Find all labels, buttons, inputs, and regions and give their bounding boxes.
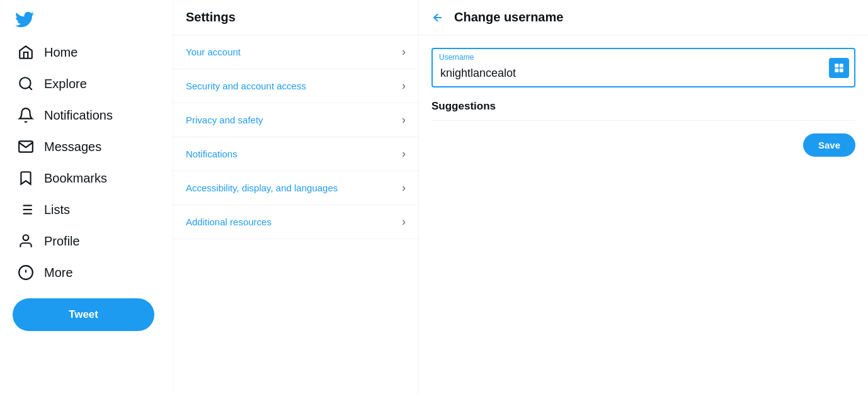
settings-item-your-account-label: Your account: [186, 47, 241, 57]
sidebar-item-profile-label: Profile: [44, 234, 80, 249]
sidebar-item-profile[interactable]: Profile: [8, 225, 165, 257]
sidebar-item-lists[interactable]: Lists: [8, 194, 165, 225]
main-header: Change username: [419, 0, 868, 35]
back-arrow-icon: [431, 11, 444, 24]
chevron-right-icon: ›: [402, 113, 406, 127]
back-button[interactable]: [431, 11, 444, 24]
sidebar: Home Explore Notifications: [0, 0, 173, 394]
settings-item-notifications-label: Notifications: [186, 149, 237, 159]
main-body: Username Suggestions Save: [419, 35, 868, 169]
sidebar-item-messages[interactable]: Messages: [8, 131, 165, 162]
sidebar-item-notifications[interactable]: Notifications: [8, 99, 165, 131]
svg-rect-13: [835, 64, 838, 67]
messages-icon: [18, 138, 34, 155]
chevron-right-icon: ›: [402, 215, 406, 228]
settings-panel: Settings Your account › Security and acc…: [173, 0, 419, 394]
save-button[interactable]: Save: [803, 133, 855, 157]
settings-item-security[interactable]: Security and account access ›: [173, 69, 418, 103]
sidebar-item-bookmarks-label: Bookmarks: [44, 171, 107, 186]
chevron-right-icon: ›: [402, 79, 406, 93]
explore-icon: [18, 76, 34, 92]
tweet-button[interactable]: Tweet: [13, 298, 154, 331]
settings-item-privacy[interactable]: Privacy and safety ›: [173, 103, 418, 137]
sidebar-item-bookmarks[interactable]: Bookmarks: [8, 162, 165, 194]
svg-rect-16: [840, 68, 843, 72]
main-nav: Home Explore Notifications: [8, 37, 165, 288]
sidebar-item-explore[interactable]: Explore: [8, 68, 165, 99]
username-generate-icon[interactable]: [829, 58, 849, 78]
settings-item-security-label: Security and account access: [186, 81, 306, 91]
sidebar-item-lists-label: Lists: [44, 203, 70, 217]
svg-point-0: [20, 77, 30, 88]
home-icon: [18, 44, 34, 60]
chevron-right-icon: ›: [402, 147, 406, 160]
username-input[interactable]: [431, 48, 855, 87]
sidebar-item-messages-label: Messages: [44, 140, 101, 154]
generate-username-icon: [833, 62, 845, 74]
main-content: Change username Username Suggestions Sav…: [419, 0, 868, 394]
username-field-wrapper: Username: [431, 48, 855, 87]
sidebar-item-home[interactable]: Home: [8, 37, 165, 68]
settings-item-notifications[interactable]: Notifications ›: [173, 137, 418, 171]
twitter-logo[interactable]: [8, 5, 165, 34]
sidebar-item-explore-label: Explore: [44, 77, 87, 91]
username-label: Username: [439, 53, 474, 62]
settings-item-accessibility-label: Accessibility, display, and languages: [186, 183, 338, 193]
settings-item-additional-resources[interactable]: Additional resources ›: [173, 205, 418, 239]
chevron-right-icon: ›: [402, 181, 406, 194]
sidebar-item-notifications-label: Notifications: [44, 108, 113, 123]
twitter-bird-icon: [15, 10, 34, 29]
sidebar-item-more-label: More: [44, 266, 73, 280]
more-icon: [18, 264, 34, 281]
lists-icon: [18, 201, 34, 218]
svg-rect-15: [835, 68, 838, 72]
svg-rect-14: [840, 64, 843, 67]
profile-icon: [18, 233, 34, 249]
svg-line-1: [29, 87, 32, 90]
settings-item-your-account[interactable]: Your account ›: [173, 35, 418, 69]
suggestion-divider: [431, 120, 855, 121]
settings-title: Settings: [173, 0, 418, 35]
bookmarks-icon: [18, 170, 34, 186]
save-button-row: Save: [431, 133, 855, 157]
chevron-right-icon: ›: [402, 45, 406, 59]
suggestions-label: Suggestions: [431, 100, 855, 113]
notifications-icon: [18, 107, 34, 123]
settings-item-accessibility[interactable]: Accessibility, display, and languages ›: [173, 171, 418, 205]
svg-point-8: [23, 235, 29, 240]
sidebar-item-home-label: Home: [44, 45, 77, 60]
settings-item-additional-resources-label: Additional resources: [186, 217, 271, 227]
settings-item-privacy-label: Privacy and safety: [186, 115, 263, 125]
page-title: Change username: [454, 10, 563, 25]
sidebar-item-more[interactable]: More: [8, 257, 165, 288]
